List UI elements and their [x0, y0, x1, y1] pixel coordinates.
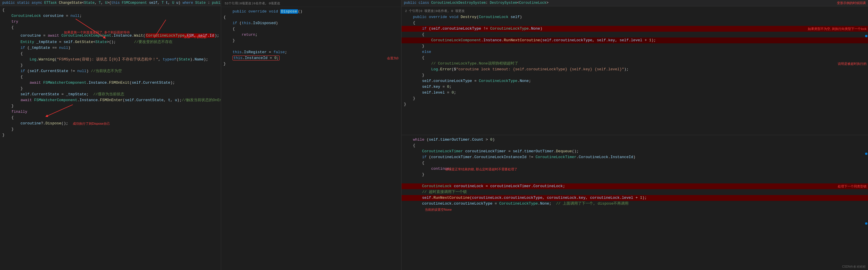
code-line-highlighted: self.RunNextCoroutine(coroutineLock.coro… [402, 195, 868, 201]
scroll-indicator [865, 35, 867, 37]
annotation-next-lock: 处理下一个同类型锁 [838, 184, 867, 189]
code-line: } [402, 96, 868, 101]
code-line: } [0, 103, 221, 109]
code-line-highlighted: CoroutineLock coroutineLock = coroutineL… [402, 183, 868, 189]
code-line: CoroutineLockTimer coroutineLockTimer = … [402, 148, 868, 154]
code-line: } [402, 43, 868, 49]
code-line: { [0, 51, 221, 57]
code-line: public override void Destroy(CoroutineLo… [402, 14, 868, 20]
code-line: { [402, 20, 868, 26]
code-line: if (coroutineLockTimer.CoroutineLockInst… [402, 154, 868, 160]
code-line: try [0, 19, 221, 25]
main-container: public static async ETTask ChangeState<S… [0, 0, 868, 270]
code-line: finally [0, 109, 221, 115]
code-line: self.key = 0; [402, 84, 868, 90]
middle-panel: 52个引用|0项更改|0名作者, 0项更改 public override vo… [221, 0, 402, 270]
code-line: } [0, 63, 221, 68]
code-line: { [0, 115, 221, 121]
entity-text: public static async ETTask ChangeState<S… [212, 1, 221, 5]
code-line: self.CurrentState = _tmpState; //缓存为当前状态 [0, 92, 221, 97]
scroll-indicator-bottom2 [865, 222, 867, 225]
right-panel: public class CoroutineLockDestroySystem:… [402, 0, 868, 270]
right-top-code: 2 个引用|0 项更改|0名作者, 0 项更改 public override … [402, 6, 868, 109]
code-line: Entity _tmpState = self.GetState<State>(… [0, 39, 221, 45]
code-line: } [402, 172, 868, 177]
code-line: { [221, 14, 401, 20]
code-line: } [402, 101, 868, 107]
code-line: if (_tmpState == null) [0, 45, 221, 51]
instanceid-region: 会置为0 this.InstanceId = 0; [221, 55, 401, 61]
code-line: public override void Dispose() [221, 9, 401, 14]
code-line-highlighted: if (self.coroutineLockType != CoroutineL… [402, 26, 868, 32]
code-line: coroutine?.Dispose(); [0, 121, 221, 127]
code-line: } [0, 86, 221, 92]
code-line: { [402, 55, 868, 61]
right-bottom-code: while (self.timerOutTimer.Count > 0) { C… [402, 135, 868, 208]
code-line: this.IsRegister = false; [221, 49, 401, 55]
code-line: } [0, 127, 221, 132]
right-top-header: public class CoroutineLockDestroySystem:… [402, 0, 868, 6]
annotation-instanceid: 会置为0 [387, 56, 398, 61]
annotation-1: 如果是第一个则直接返回了, 多个则后面的等待 [64, 30, 130, 35]
annotation-region-1: 如果是第一个则直接返回了, 多个则后面的等待 添加一个协程锁 coroutine… [0, 31, 221, 39]
right-bottom-panel: while (self.timerOutTimer.Count > 0) { C… [402, 135, 868, 270]
code-line: } [221, 38, 401, 43]
code-line: { [0, 74, 221, 80]
coroutinelock-region: 处理下一个同类型锁 CoroutineLock coroutineLock = … [402, 183, 868, 189]
code-line: CoroutineLock coroutine = null; [0, 13, 221, 19]
code-line: while (self.timerOutTimer.Count > 0) [402, 137, 868, 143]
code-line: return; [221, 32, 401, 38]
code-line: if (this.IsDisposed) [221, 20, 401, 26]
annotation-timeout: 说明是被超时执行的 [838, 61, 867, 66]
code-line: { [0, 25, 221, 31]
middle-code: public override void Dispose() { if (thi… [221, 7, 401, 69]
code-line: } [402, 72, 868, 78]
code-line [221, 43, 401, 49]
code-line: } [221, 61, 401, 67]
code-line: this.InstanceId = 0; [221, 55, 401, 61]
annotation-region-3: 成功执行了则Dispose自己 coroutine?.Dispose(); [0, 121, 221, 127]
code-line: await FSMWatcherComponent.Instance.FSMOn… [0, 80, 221, 86]
annotation-if-type: 如果类型不为空, 则执行向类型下一个lock [808, 27, 867, 31]
left-header: public static async ETTask ChangeState<S… [0, 0, 221, 6]
code-line-highlighted2: CoroutineLockComponent.Instance.RunNextC… [402, 37, 868, 43]
code-line: Log.Error($"coroutine lock timeout: {sel… [402, 67, 868, 72]
right-top-panel: public class CoroutineLockDestroySystem:… [402, 0, 868, 135]
watermark: CSDN作者:程程程 [842, 265, 866, 269]
annotation-2: 添加一个协程锁 [184, 35, 206, 39]
code-line: Log.Warning("FSMSystem(容错): 该状态【{0}】不存在于… [0, 57, 221, 63]
code-line: self.coroutineLockType = CoroutineLockTy… [402, 78, 868, 84]
annotation-none: 当前的设置空None [425, 207, 452, 212]
code-line: { [402, 143, 868, 148]
code-line: { [402, 160, 868, 166]
code-line: { [402, 32, 868, 37]
reference-info: 52个引用|0项更改|0名作者, 0项更改 [221, 0, 401, 7]
code-line: coroutineLock.coroutineLockType = Corout… [402, 201, 868, 207]
left-panel: public static async ETTask ChangeState<S… [0, 0, 221, 270]
annotation-continue: 说明是正常结束的锁, 那么定时器超时不需要处理了 [445, 167, 517, 172]
code-line [402, 177, 868, 183]
code-line: else [402, 49, 868, 55]
ref-info-right: 2 个引用|0 项更改|0名作者, 0 项更改 [402, 8, 868, 14]
continue-region: 说明是正常结束的锁, 那么定时器超时不需要处理了 continue; [402, 166, 868, 172]
code-line: self.level = 0; [402, 90, 868, 96]
comment-timeout-region: 说明是被超时执行的 // CoroutineLockType.None说明协程锁… [402, 61, 868, 67]
code-line: // 超时直接调用下一个锁 [402, 189, 868, 195]
scroll-indicator-bottom [865, 153, 867, 155]
left-code-area: { CoroutineLock coroutine = null; try { [0, 6, 221, 140]
code-line: await FSMWatcherComponent.Instance.FSMOn… [0, 97, 221, 103]
annotation-3: 成功执行了则Dispose自己 [73, 121, 110, 126]
code-line: { [0, 7, 221, 13]
annotation-right-top-header: 变形示例的时候回调 [837, 1, 866, 5]
code-line: if (self.CurrentState != null) //当前状态不为空 [0, 68, 221, 74]
code-line: { [221, 26, 401, 32]
code-line: } [0, 132, 221, 138]
code-line: // CoroutineLockType.None说明协程锁超时了 [402, 61, 868, 67]
if-coroutine-region: 如果类型不为空, 则执行向类型下一个lock if (self.coroutin… [402, 26, 868, 32]
